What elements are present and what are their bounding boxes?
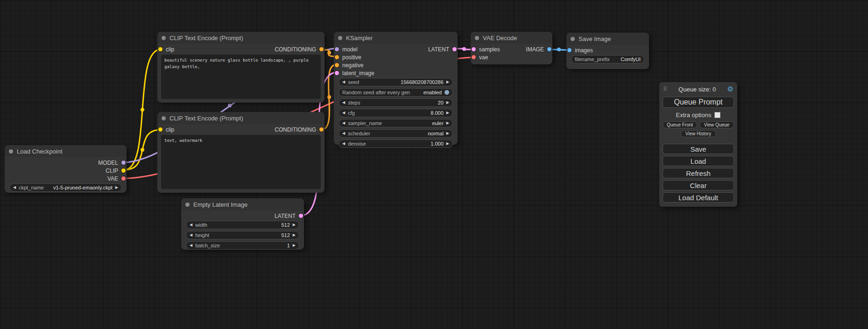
increment-icon[interactable]: ▶ — [446, 132, 449, 135]
output-slot-clip: CLIP — [5, 167, 127, 175]
widget-steps[interactable]: ◀ steps 20 ▶ — [339, 98, 453, 107]
decrement-icon[interactable]: ◀ — [190, 223, 192, 227]
refresh-button[interactable]: Refresh — [663, 168, 734, 178]
queue-prompt-button[interactable]: Queue Prompt — [663, 97, 734, 108]
decrement-icon[interactable]: ◀ — [13, 186, 16, 189]
collapse-dot-icon[interactable] — [475, 36, 479, 40]
widget-label: steps — [348, 100, 360, 105]
gear-icon[interactable]: ⚙ — [727, 85, 734, 93]
node-load-checkpoint[interactable]: Load Checkpoint MODEL CLIP VAE ◀ ckpt_na… — [5, 145, 127, 193]
increment-icon[interactable]: ▶ — [293, 223, 296, 227]
increment-icon[interactable]: ▶ — [293, 233, 296, 237]
view-queue-button[interactable]: View Queue — [699, 121, 734, 128]
load-button[interactable]: Load — [663, 156, 734, 166]
widget-seed[interactable]: ◀ seed 156680208700286 ▶ — [339, 78, 453, 86]
widget-sampler-name[interactable]: ◀ sampler_name euler ▶ — [339, 119, 453, 127]
node-title-bar[interactable]: Load Checkpoint — [5, 145, 127, 157]
increment-icon[interactable]: ▶ — [446, 80, 449, 84]
slot-label: clip — [166, 126, 174, 133]
decrement-icon[interactable]: ◀ — [342, 142, 345, 146]
node-title-bar[interactable]: Empty Latent Image — [181, 198, 304, 210]
widget-ckpt-name[interactable]: ◀ ckpt_name v1-5-pruned-emaonly.ckpt ▶ — [9, 183, 122, 192]
collapse-dot-icon[interactable] — [185, 203, 190, 207]
output-port-latent[interactable] — [452, 47, 457, 51]
input-port-clip[interactable] — [158, 127, 162, 132]
increment-icon[interactable]: ▶ — [446, 111, 449, 115]
widget-random-seed[interactable]: Random seed after every gen enabled — [339, 88, 453, 97]
node-title: CLIP Text Encode (Prompt) — [169, 35, 243, 42]
output-port-vae[interactable] — [121, 176, 126, 181]
input-port-samples[interactable] — [472, 47, 476, 51]
input-port-images[interactable] — [567, 48, 572, 52]
view-history-button[interactable]: View History — [681, 130, 716, 137]
decrement-icon[interactable]: ◀ — [190, 244, 192, 247]
node-title-bar[interactable]: Save Image — [566, 33, 649, 45]
output-port-conditioning[interactable] — [319, 127, 324, 132]
history-row: View History — [663, 130, 734, 137]
output-port-model[interactable] — [121, 161, 126, 165]
decrement-icon[interactable]: ◀ — [342, 101, 345, 105]
prompt-text-field[interactable]: beautiful scenery nature glass bottle la… — [161, 55, 321, 99]
slot-label: CONDITIONING — [275, 126, 316, 133]
node-clip-text-encode-positive[interactable]: CLIP Text Encode (Prompt) clip CONDITION… — [157, 32, 325, 103]
output-port-conditioning[interactable] — [319, 47, 324, 51]
widget-value: enabled — [423, 90, 442, 95]
input-port-model[interactable] — [335, 47, 339, 51]
increment-icon[interactable]: ▶ — [293, 244, 296, 247]
slot-row: model LATENT — [334, 45, 458, 53]
widget-label: filename_prefix — [575, 56, 610, 62]
node-clip-text-encode-negative[interactable]: CLIP Text Encode (Prompt) clip CONDITION… — [157, 112, 325, 193]
widget-width[interactable]: ◀ width 512 ▶ — [186, 221, 299, 229]
collapse-dot-icon[interactable] — [571, 37, 575, 41]
decrement-icon[interactable]: ◀ — [342, 132, 345, 135]
slot-label: CLIP — [106, 168, 118, 174]
widget-batch-size[interactable]: ◀ batch_size 1 ▶ — [186, 241, 299, 250]
input-port-vae[interactable] — [472, 55, 476, 59]
input-port-latent-image[interactable] — [335, 71, 339, 75]
widget-label: height — [195, 232, 209, 238]
node-ksampler[interactable]: KSampler model LATENT positive negative … — [334, 32, 458, 145]
decrement-icon[interactable]: ◀ — [342, 111, 345, 115]
node-title-bar[interactable]: KSampler — [334, 32, 458, 44]
widget-scheduler[interactable]: ◀ scheduler normal ▶ — [339, 129, 453, 138]
decrement-icon[interactable]: ◀ — [342, 121, 345, 125]
increment-icon[interactable]: ▶ — [115, 186, 118, 189]
node-graph-canvas[interactable]: Load Checkpoint MODEL CLIP VAE ◀ ckpt_na… — [0, 0, 868, 329]
widget-filename-prefix[interactable]: filename_prefix ComfyUI — [571, 55, 644, 63]
slot-label: positive — [342, 54, 361, 61]
output-port-latent[interactable] — [299, 214, 303, 218]
queue-size-label: Queue size: 0 — [678, 86, 716, 93]
drag-handle-icon[interactable]: ⠿ — [663, 86, 667, 92]
prompt-text-field[interactable]: text, watermark — [161, 135, 321, 189]
increment-icon[interactable]: ▶ — [446, 142, 449, 146]
load-default-button[interactable]: Load Default — [663, 192, 734, 203]
extra-options-checkbox[interactable] — [714, 112, 720, 118]
slot-row: clip CONDITIONING — [157, 126, 325, 133]
queue-front-button[interactable]: Queue Front — [663, 121, 697, 128]
node-title-bar[interactable]: CLIP Text Encode (Prompt) — [157, 112, 325, 124]
node-empty-latent-image[interactable]: Empty Latent Image LATENT ◀ width 512 ▶ … — [181, 198, 304, 250]
input-port-positive[interactable] — [335, 55, 339, 59]
node-title-bar[interactable]: VAE Decode — [471, 32, 552, 44]
increment-icon[interactable]: ▶ — [446, 101, 449, 105]
input-port-clip[interactable] — [158, 47, 162, 51]
node-vae-decode[interactable]: VAE Decode samples IMAGE vae — [471, 32, 552, 64]
node-save-image[interactable]: Save Image images filename_prefix ComfyU… — [566, 33, 649, 69]
input-port-negative[interactable] — [335, 63, 339, 67]
collapse-dot-icon[interactable] — [9, 149, 13, 154]
clear-button[interactable]: Clear — [663, 180, 734, 190]
widget-denoise[interactable]: ◀ denoise 1.000 ▶ — [339, 140, 453, 148]
decrement-icon[interactable]: ◀ — [342, 80, 345, 84]
toggle-icon[interactable] — [445, 90, 449, 95]
collapse-dot-icon[interactable] — [162, 36, 166, 40]
widget-cfg[interactable]: ◀ cfg 8.000 ▶ — [339, 109, 453, 117]
collapse-dot-icon[interactable] — [338, 36, 342, 40]
node-title-bar[interactable]: CLIP Text Encode (Prompt) — [157, 32, 325, 44]
output-port-clip[interactable] — [121, 168, 126, 173]
output-port-image[interactable] — [547, 47, 551, 51]
increment-icon[interactable]: ▶ — [446, 121, 449, 125]
widget-height[interactable]: ◀ height 512 ▶ — [186, 231, 299, 239]
collapse-dot-icon[interactable] — [162, 116, 166, 120]
save-button[interactable]: Save — [663, 144, 734, 154]
decrement-icon[interactable]: ◀ — [190, 233, 192, 237]
